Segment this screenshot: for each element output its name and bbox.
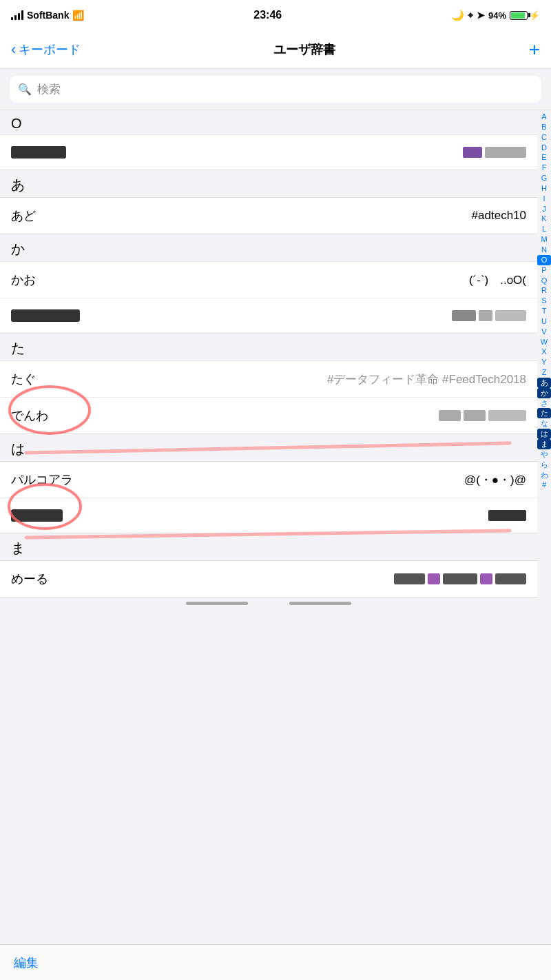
add-button[interactable]: +	[529, 40, 540, 59]
table-row[interactable]: めーる	[0, 561, 537, 597]
index-item-e[interactable]: E	[537, 152, 551, 163]
blur-block	[488, 410, 526, 421]
battery-percent: 94%	[488, 10, 506, 21]
arrow-icon: ➤	[477, 10, 485, 21]
index-sidebar[interactable]: A B C D E F G H I J K L M N O P Q R S T …	[537, 110, 551, 491]
status-time: 23:46	[253, 9, 282, 21]
chevron-left-icon: ‹	[11, 42, 16, 57]
index-item-b[interactable]: B	[537, 122, 551, 132]
back-button[interactable]: ‹ キーボード	[11, 41, 81, 58]
table-row[interactable]: でんわ	[0, 398, 537, 433]
row-value-kao: (´-`) ..oO(	[469, 272, 526, 288]
index-item-m[interactable]: M	[537, 234, 551, 245]
index-item-o[interactable]: O	[537, 255, 551, 265]
blur-block	[488, 510, 526, 521]
blurred-value	[394, 573, 526, 584]
section-header-ta: た	[0, 334, 537, 360]
blur-block	[439, 410, 461, 421]
index-item-ta-jp[interactable]: た	[537, 408, 551, 418]
scroll-indicator-right	[289, 602, 351, 605]
index-item-g[interactable]: G	[537, 173, 551, 183]
index-item-w[interactable]: W	[537, 337, 551, 347]
index-item-r[interactable]: R	[537, 285, 551, 296]
signal-bar-3	[18, 13, 20, 20]
index-item-d[interactable]: D	[537, 143, 551, 153]
signal-bar-1	[11, 17, 13, 20]
blur-block	[443, 573, 477, 584]
index-item-f[interactable]: F	[537, 163, 551, 173]
blur-block	[479, 310, 492, 321]
index-item-x[interactable]: X	[537, 347, 551, 357]
index-item-y[interactable]: Y	[537, 357, 551, 367]
edit-button[interactable]: 編集	[14, 955, 39, 971]
table-row[interactable]: あど #adtech10	[0, 198, 537, 234]
blur-block	[452, 310, 476, 321]
index-item-ha-jp[interactable]: は	[537, 429, 551, 439]
blurred-value	[488, 510, 526, 521]
row-label-kao: かお	[11, 272, 36, 288]
table-row[interactable]: たぐ #データフィード革命 #FeedTech2018	[0, 361, 537, 398]
scroll-indicator-left	[186, 602, 248, 605]
index-item-h[interactable]: H	[537, 183, 551, 194]
signal-bar-4	[21, 10, 23, 20]
search-container: 🔍 検索	[0, 69, 551, 110]
index-item-sa-jp[interactable]: さ	[537, 398, 551, 409]
signal-bar-2	[14, 15, 17, 20]
location-icon: ⌖	[468, 10, 473, 21]
index-item-wa-jp[interactable]: わ	[537, 470, 551, 480]
row-value-tagu: #データフィード革命 #FeedTech2018	[327, 371, 526, 387]
index-item-hash[interactable]: #	[537, 480, 551, 490]
table-row[interactable]	[0, 298, 537, 333]
index-item-q[interactable]: Q	[537, 276, 551, 286]
section-header-o: O	[0, 110, 537, 134]
index-item-u[interactable]: U	[537, 316, 551, 327]
section-header-ka: か	[0, 234, 537, 261]
index-item-s[interactable]: S	[537, 296, 551, 306]
section-header-a: あ	[0, 170, 537, 197]
nav-bar: ‹ キーボード ユーザ辞書 +	[0, 30, 551, 69]
blur-block	[495, 310, 526, 321]
index-item-t[interactable]: T	[537, 306, 551, 316]
index-item-ya-jp[interactable]: や	[537, 449, 551, 460]
blurred-label	[11, 146, 66, 159]
row-label-ado: あど	[11, 207, 36, 224]
blur-block	[463, 147, 482, 158]
back-label: キーボード	[19, 41, 81, 58]
row-value-palco: @(・●・)@	[464, 472, 526, 488]
index-item-l[interactable]: L	[537, 224, 551, 234]
list-section-ta: たぐ #データフィード革命 #FeedTech2018 でんわ	[0, 360, 537, 434]
index-item-a[interactable]: A	[537, 112, 551, 122]
index-item-v[interactable]: V	[537, 327, 551, 337]
table-row[interactable]	[0, 498, 537, 533]
index-item-ra-jp[interactable]: ら	[537, 460, 551, 470]
index-item-p[interactable]: P	[537, 265, 551, 276]
index-item-i[interactable]: I	[537, 194, 551, 204]
index-item-j[interactable]: J	[537, 204, 551, 214]
search-bar[interactable]: 🔍 検索	[10, 76, 541, 103]
search-input[interactable]: 検索	[37, 81, 61, 97]
status-bar: SoftBank 📶 23:46 🌙 ⌖ ➤ 94% ⚡	[0, 0, 551, 30]
index-item-k[interactable]: K	[537, 214, 551, 224]
row-label-meru: めーる	[11, 571, 48, 587]
table-row[interactable]: かお (´-`) ..oO(	[0, 262, 537, 298]
carrier-label: SoftBank	[27, 10, 69, 21]
index-item-ma-jp[interactable]: ま	[537, 439, 551, 449]
index-item-c[interactable]: C	[537, 132, 551, 143]
index-item-na-jp[interactable]: な	[537, 418, 551, 429]
index-item-n[interactable]: N	[537, 245, 551, 255]
index-item-ka-jp[interactable]: か	[537, 388, 551, 398]
status-left: SoftBank 📶	[11, 10, 84, 21]
index-item-z[interactable]: Z	[537, 367, 551, 378]
row-label-tagu: たぐ	[11, 371, 36, 387]
blur-block	[480, 573, 492, 584]
table-row[interactable]: パルコアラ @(・●・)@	[0, 462, 537, 498]
blur-block	[464, 410, 486, 421]
list-section-ka: かお (´-`) ..oO(	[0, 261, 537, 334]
section-header-ma: ま	[0, 533, 537, 560]
blurred-value	[439, 410, 526, 421]
table-row[interactable]	[0, 135, 537, 170]
list-section-o	[0, 134, 537, 170]
battery-icon: ⚡	[510, 10, 540, 21]
moon-icon: 🌙	[451, 9, 464, 21]
index-item-a-jp[interactable]: あ	[537, 378, 551, 388]
